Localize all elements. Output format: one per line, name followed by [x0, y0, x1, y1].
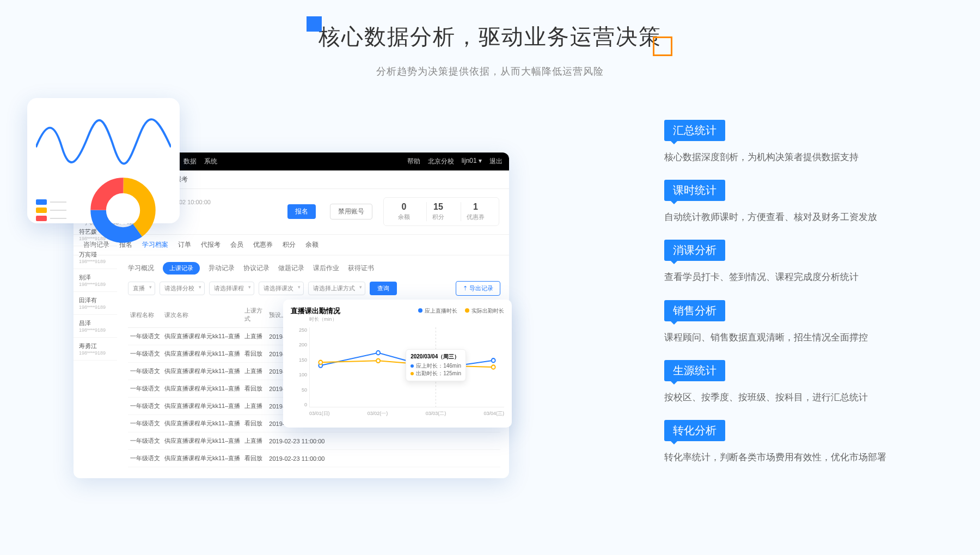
filter-course[interactable]: 请选择课程 [209, 282, 254, 295]
feature-item: 销售分析 课程顾问、销售数据直观清晰，招生情况全面撑控 [664, 300, 947, 345]
chart-legend: 应上直播时长实际出勤时长 [418, 307, 504, 315]
chart-xaxis: 03/01(日)03/02(一)03/03(二)03/04(三) [309, 410, 504, 417]
table-row[interactable]: 一年级语文供应直播课程单元kk11–直播看回放2019-02-23 11:00:… [128, 450, 500, 467]
table-header: 课次名称 [162, 302, 242, 328]
record-subtab[interactable]: 做题记录 [278, 264, 304, 273]
table-cell: 一年级语文 [128, 363, 162, 380]
table-cell: 供应直播课程单元kk11–直播 [162, 450, 242, 467]
export-button[interactable]: ⇡ 导出记录 [456, 281, 500, 296]
feature-item: 汇总统计 核心数据深度剖析，为机构决策者提供数据支持 [664, 120, 947, 164]
feature-tag: 课时统计 [664, 180, 725, 201]
record-subtab[interactable]: 学习概况 [128, 264, 154, 273]
record-subtab[interactable]: 上课记录 [163, 262, 200, 275]
query-button[interactable]: 查询 [370, 282, 397, 295]
table-cell: 供应直播课程单元kk11–直播 [162, 363, 242, 380]
table-cell [387, 432, 424, 450]
profile-tab[interactable]: 会员 [230, 240, 243, 249]
table-header: 课程名称 [128, 302, 162, 328]
feature-item: 转化分析 转化率统计，判断各类市场费用有效性，优化市场部署 [664, 420, 947, 465]
profile-stats: 0余额15积分1优惠券 [383, 197, 499, 226]
feature-tag: 消课分析 [664, 240, 725, 261]
hero: 核心数据分析，驱动业务运营决策 分析趋势为决策提供依据，从而大幅降低运营风险 [0, 0, 980, 78]
table-cell: 供应直播课程单元kk11–直播 [162, 415, 242, 432]
profile-tab[interactable]: 订单 [178, 240, 191, 249]
topnav-right-item[interactable]: 北京分校 [428, 157, 454, 166]
chart-ylabel: 时长（min） [309, 316, 504, 323]
tooltip-row: 出勤时长：125min [411, 370, 461, 377]
donut-legend [36, 197, 66, 224]
filter-type[interactable]: 直播 [128, 282, 155, 295]
filter-mode[interactable]: 请选择上课方式 [308, 282, 365, 295]
sidebar-student[interactable]: 别泽198****9189 [74, 269, 117, 292]
stat-item: 15积分 [426, 202, 450, 221]
topnav-right-item[interactable]: 帮助 [407, 157, 420, 166]
legend-swatch [36, 208, 66, 213]
legend-swatch [36, 199, 66, 205]
filter-lesson[interactable]: 请选择课次 [259, 282, 304, 295]
profile-tab[interactable]: 优惠券 [253, 240, 273, 249]
feature-item: 课时统计 自动统计教师课时，方便查看、核对及财务工资发放 [664, 180, 947, 224]
feature-tag: 汇总统计 [664, 120, 725, 141]
sidebar-student[interactable]: 田泽有198****9189 [74, 292, 117, 315]
hero-title: 核心数据分析，驱动业务运营决策 [318, 22, 661, 52]
table-cell [483, 432, 500, 450]
signup-button[interactable]: 报名 [287, 204, 316, 219]
table-cell: 看回放 [242, 380, 267, 398]
feature-desc: 核心数据深度剖析，为机构决策者提供数据支持 [664, 150, 947, 164]
table-cell [461, 432, 483, 450]
table-cell: 看回放 [242, 415, 267, 432]
filter-row: 直播 请选择分校 请选择课程 请选择课次 请选择上课方式 查询 ⇡ 导出记录 [128, 281, 500, 296]
profile-tab[interactable]: 余额 [305, 240, 318, 249]
chart-yaxis: 250200150100500 [291, 327, 307, 407]
legend-item: 实际出勤时长 [465, 307, 504, 315]
table-cell: 一年级语文 [128, 380, 162, 398]
profile-tab[interactable]: 积分 [283, 240, 296, 249]
table-cell: 供应直播课程单元kk11–直播 [162, 328, 242, 345]
table-cell [461, 450, 483, 467]
table-header: 上课方式 [242, 302, 267, 328]
record-subtabs: 学习概况上课记录异动记录协议记录做题记录课后作业获得证书 [128, 262, 500, 275]
filter-branch[interactable]: 请选择分校 [160, 282, 205, 295]
student-sidebar: 符艺媛198****9189万宾瑾198****9189别泽198****918… [74, 223, 117, 361]
table-cell: 2019-02-23 11:00:00 [267, 450, 327, 467]
feature-tag: 生源统计 [664, 360, 725, 381]
donut-chart-icon [75, 178, 171, 243]
svg-point-8 [492, 358, 495, 362]
legend-item: 应上直播时长 [418, 307, 457, 315]
topnav-right-item[interactable]: 退出 [489, 157, 503, 166]
feature-list: 汇总统计 核心数据深度剖析，为机构决策者提供数据支持课时统计 自动统计教师课时，… [664, 120, 947, 480]
record-subtab[interactable]: 课后作业 [313, 264, 339, 273]
table-cell: 供应直播课程单元kk11–直播 [162, 345, 242, 363]
sidebar-student[interactable]: 寿勇江198****9189 [74, 338, 117, 361]
table-cell [424, 432, 461, 450]
table-cell: 看回放 [242, 450, 267, 467]
chart-title: 直播课出勤情况 [291, 306, 340, 316]
table-cell: 2019-02-23 11:00:00 [267, 432, 327, 450]
feature-tag: 转化分析 [664, 420, 725, 441]
svg-point-12 [492, 365, 495, 369]
table-cell: 上直播 [242, 328, 267, 345]
table-cell: 一年级语文 [128, 398, 162, 415]
attendance-chart-card: 直播课出勤情况 应上直播时长实际出勤时长 时长（min） 25020015010… [283, 300, 512, 428]
feature-desc: 课程顾问、销售数据直观清晰，招生情况全面撑控 [664, 330, 947, 345]
table-cell [387, 450, 424, 467]
topnav-item[interactable]: 系统 [204, 157, 217, 166]
record-subtab[interactable]: 获得证书 [348, 264, 374, 273]
record-subtab[interactable]: 异动记录 [209, 264, 235, 273]
feature-desc: 按校区、按季度、按班级、按科目，进行汇总统计 [664, 390, 947, 405]
topnav-item[interactable]: 数据 [183, 157, 197, 166]
feature-item: 消课分析 查看学员打卡、签到情况、课程完成度分析统计 [664, 240, 947, 284]
disable-account-button[interactable]: 禁用账号 [330, 204, 372, 219]
topnav-right-item[interactable]: lijn01 ▾ [462, 157, 482, 166]
table-cell: 上直播 [242, 398, 267, 415]
sidebar-student[interactable]: 昌泽198****9189 [74, 315, 117, 338]
stat-item: 0余额 [393, 202, 415, 221]
record-subtab[interactable]: 协议记录 [243, 264, 270, 273]
sidebar-student[interactable]: 万宾瑾198****9189 [74, 246, 117, 269]
hero-subtitle: 分析趋势为决策提供依据，从而大幅降低运营风险 [0, 65, 980, 78]
profile-tab[interactable]: 代报考 [201, 240, 220, 249]
tooltip-date: 2020/03/04（周三） [411, 353, 461, 361]
table-cell: 一年级语文 [128, 415, 162, 432]
table-row[interactable]: 一年级语文供应直播课程单元kk11–直播上直播2019-02-23 11:00:… [128, 432, 500, 450]
table-cell: 供应直播课程单元kk11–直播 [162, 380, 242, 398]
